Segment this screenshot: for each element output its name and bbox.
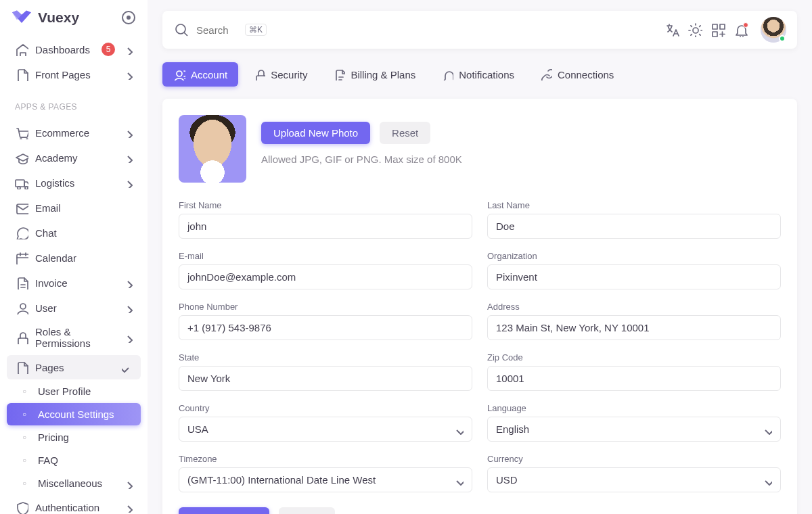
sidebar-item-roles-permissions[interactable]: Roles & Permissions: [7, 321, 141, 354]
chevron-down-icon: [761, 424, 772, 435]
search-input[interactable]: [196, 24, 237, 36]
bell-icon: [441, 68, 453, 80]
chevron-right-icon: [122, 478, 133, 489]
tab-security[interactable]: Security: [242, 62, 318, 87]
chevron-right-icon: [122, 277, 133, 288]
address-input[interactable]: [487, 315, 781, 340]
sidebar-item-faq[interactable]: ○FAQ: [7, 449, 141, 471]
last-name-input[interactable]: [487, 214, 781, 239]
chevron-right-icon: [122, 502, 133, 513]
field-country: CountryUSA: [179, 403, 472, 442]
language-select[interactable]: English: [487, 417, 781, 442]
field-currency: CurrencyUSD: [487, 454, 781, 492]
field-label: Address: [487, 302, 781, 312]
mail-icon: [15, 201, 28, 214]
currency-select[interactable]: USD: [487, 467, 781, 492]
field-label: Phone Number: [179, 302, 472, 312]
chevron-right-icon: [122, 362, 133, 373]
phone-input[interactable]: [179, 315, 472, 340]
search-icon[interactable]: [173, 22, 188, 39]
sidebar-item-pages[interactable]: Pages: [7, 355, 141, 379]
topbar: ⌘K: [162, 11, 797, 49]
chat-icon: [15, 226, 28, 239]
lock-icon: [15, 331, 28, 344]
sidebar-item-invoice[interactable]: Invoice: [7, 271, 141, 295]
nav-label: Pricing: [38, 431, 133, 443]
sidebar-collapse-button[interactable]: [122, 11, 135, 24]
cancel-button[interactable]: Cancel: [279, 507, 335, 514]
sidebar-item-pricing[interactable]: ○Pricing: [7, 426, 141, 448]
state-input[interactable]: [179, 366, 472, 391]
chevron-down-icon: [453, 424, 464, 435]
sidebar-item-logistics[interactable]: Logistics: [7, 170, 141, 195]
sidebar-item-dashboards[interactable]: Dashboards5: [7, 37, 141, 62]
chevron-right-icon: [122, 69, 133, 80]
cart-icon: [15, 126, 28, 139]
chevron-right-icon: [122, 177, 133, 188]
nav-label: Dashboards: [35, 44, 95, 55]
sidebar-item-calendar[interactable]: Calendar: [7, 246, 141, 270]
nav-label: Authentication: [35, 502, 115, 513]
zip-input[interactable]: [487, 366, 781, 391]
file-icon: [15, 68, 28, 81]
sidebar-item-user-profile[interactable]: ○User Profile: [7, 380, 141, 402]
theme-toggle-icon[interactable]: [687, 22, 702, 37]
sidebar-item-front-pages[interactable]: Front Pages: [7, 62, 141, 87]
bullet-icon: ○: [18, 457, 31, 464]
sidebar-item-chat[interactable]: Chat: [7, 220, 141, 245]
field-zip: Zip Code: [487, 352, 781, 391]
nav-label: Front Pages: [35, 69, 115, 80]
tab-label: Connections: [558, 69, 614, 80]
nav-label: Logistics: [35, 177, 115, 189]
status-online-icon: [779, 35, 786, 42]
tab-notifications[interactable]: Notifications: [430, 62, 525, 87]
sidebar-item-miscellaneous[interactable]: ○Miscellaneous: [7, 472, 141, 494]
sidebar-item-account-settings[interactable]: ○Account Settings: [7, 403, 141, 425]
sidebar-item-authentication[interactable]: Authentication: [7, 495, 141, 514]
reset-photo-button[interactable]: Reset: [380, 122, 430, 144]
field-label: Zip Code: [487, 352, 781, 363]
field-label: Last Name: [487, 200, 781, 210]
field-label: E-mail: [179, 251, 472, 261]
organization-input[interactable]: [487, 264, 781, 289]
field-state: State: [179, 352, 472, 391]
language-icon[interactable]: [664, 22, 679, 37]
bullet-icon: ○: [18, 411, 31, 418]
nav-label: Roles & Permissions: [35, 326, 115, 349]
field-timezone: Timezone(GMT-11:00) International Date L…: [179, 454, 472, 492]
nav-label: Chat: [35, 227, 133, 239]
tab-account[interactable]: Account: [162, 62, 238, 87]
timezone-select[interactable]: (GMT-11:00) International Date Line West: [179, 467, 472, 492]
calendar-icon: [15, 251, 28, 264]
tab-connections[interactable]: Connections: [529, 62, 625, 87]
section-title-apps: APPS & PAGES: [0, 91, 148, 116]
select-value: USA: [187, 423, 208, 435]
tab-label: Billing & Plans: [351, 69, 415, 80]
save-button[interactable]: Save Changes: [179, 507, 269, 514]
nav-label: Ecommerce: [35, 127, 115, 139]
sidebar-item-ecommerce[interactable]: Ecommerce: [7, 120, 141, 145]
upload-photo-button[interactable]: Upload New Photo: [261, 122, 370, 144]
sidebar-item-academy[interactable]: Academy: [7, 145, 141, 170]
home-icon: [15, 43, 28, 56]
sidebar-item-user[interactable]: User: [7, 296, 141, 320]
tab-label: Notifications: [459, 69, 514, 80]
country-select[interactable]: USA: [179, 417, 472, 442]
chevron-right-icon: [122, 152, 133, 163]
tab-billing-plans[interactable]: Billing & Plans: [322, 62, 426, 87]
tab-label: Account: [191, 69, 227, 80]
field-label: Currency: [487, 454, 781, 464]
users-icon: [173, 68, 185, 80]
shield-icon: [15, 500, 28, 514]
brand[interactable]: Vuexy: [12, 9, 79, 26]
user-avatar[interactable]: [761, 17, 786, 43]
notifications-icon[interactable]: [734, 22, 748, 37]
badge: 5: [102, 43, 115, 56]
sidebar-item-email[interactable]: Email: [7, 195, 141, 220]
first-name-input[interactable]: [179, 214, 472, 239]
nav-label: Academy: [35, 152, 115, 164]
apps-grid-icon[interactable]: [710, 22, 725, 37]
field-label: Timezone: [179, 454, 472, 464]
nav-label: Pages: [35, 362, 115, 373]
email-input[interactable]: [179, 264, 472, 289]
